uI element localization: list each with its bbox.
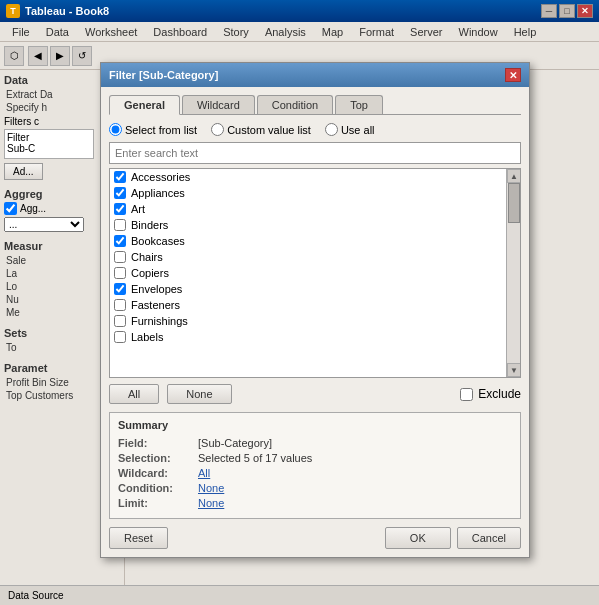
window-controls: ─ □ ✕ [541,4,593,18]
none-button[interactable]: None [167,384,231,404]
scrollbar[interactable]: ▲ ▼ [506,169,520,377]
list-item-checkbox[interactable] [114,219,126,231]
tab-wildcard[interactable]: Wildcard [182,95,255,114]
scroll-up-arrow[interactable]: ▲ [507,169,521,183]
dialog-close-button[interactable]: ✕ [505,68,521,82]
summary-limit-row: Limit: None [118,497,512,509]
agg-text: Agg... [20,203,46,214]
list-item-label[interactable]: Copiers [114,267,169,279]
list-item-label[interactable]: Furnishings [114,315,188,327]
data-source-tab[interactable]: Data Source [8,590,64,601]
back-button[interactable]: ◀ [28,46,48,66]
list-item-label[interactable]: Chairs [114,251,163,263]
reset-button[interactable]: Reset [109,527,168,549]
exclude-row: Exclude [460,387,521,401]
search-input[interactable] [109,142,521,164]
list-item-checkbox[interactable] [114,299,126,311]
refresh-button[interactable]: ↺ [72,46,92,66]
condition-value[interactable]: None [198,482,224,494]
list-item-label[interactable]: Labels [114,331,163,343]
agg-select[interactable]: ... [4,217,84,232]
summary-section: Summary Field: [Sub-Category] Selection:… [109,412,521,519]
menu-worksheet[interactable]: Worksheet [77,26,145,38]
menu-story[interactable]: Story [215,26,257,38]
window-title: Tableau - Book8 [25,5,541,17]
list-item: Binders [110,217,506,233]
list-item-checkbox[interactable] [114,171,126,183]
wildcard-value[interactable]: All [198,467,210,479]
list-item-checkbox[interactable] [114,187,126,199]
wildcard-label: Wildcard: [118,467,198,479]
menu-analysis[interactable]: Analysis [257,26,314,38]
tab-general[interactable]: General [109,95,180,115]
menu-format[interactable]: Format [351,26,402,38]
list-item-label[interactable]: Art [114,203,145,215]
radio-use-all-label: Use all [341,124,375,136]
toolbar-icon[interactable]: ⬡ [4,46,24,66]
scrollbar-thumb[interactable] [508,183,520,223]
filter-item-1: Filter [7,132,91,143]
list-item: Envelopes [110,281,506,297]
summary-field-row: Field: [Sub-Category] [118,437,512,449]
list-item-label[interactable]: Envelopes [114,283,182,295]
tab-top[interactable]: Top [335,95,383,114]
list-item-label[interactable]: Fasteners [114,299,180,311]
list-item-checkbox[interactable] [114,251,126,263]
list-item-checkbox[interactable] [114,203,126,215]
menu-map[interactable]: Map [314,26,351,38]
status-bar: Data Source [0,585,599,605]
radio-custom-value-input[interactable] [211,123,224,136]
filter-mode-row: Select from list Custom value list Use a… [109,123,521,136]
list-item: Fasteners [110,297,506,313]
radio-select-from-list[interactable]: Select from list [109,123,197,136]
scroll-down-arrow[interactable]: ▼ [507,363,521,377]
close-button[interactable]: ✕ [577,4,593,18]
exclude-checkbox[interactable] [460,388,473,401]
selection-value: Selected 5 of 17 values [198,452,312,464]
limit-value[interactable]: None [198,497,224,509]
menu-data[interactable]: Data [38,26,77,38]
radio-use-all-input[interactable] [325,123,338,136]
summary-wildcard-row: Wildcard: All [118,467,512,479]
forward-button[interactable]: ▶ [50,46,70,66]
filter-list: Filter Sub-C [4,129,94,159]
list-item-label[interactable]: Appliances [114,187,185,199]
all-button[interactable]: All [109,384,159,404]
field-label: Field: [118,437,198,449]
list-item-checkbox[interactable] [114,235,126,247]
menu-file[interactable]: File [4,26,38,38]
list-item-text: Furnishings [131,315,188,327]
cancel-button[interactable]: Cancel [457,527,521,549]
radio-select-from-list-input[interactable] [109,123,122,136]
radio-custom-value-label: Custom value list [227,124,311,136]
list-item-label[interactable]: Bookcases [114,235,185,247]
agg-checkbox[interactable] [4,202,17,215]
exclude-label: Exclude [478,387,521,401]
menu-server[interactable]: Server [402,26,450,38]
list-item-checkbox[interactable] [114,331,126,343]
list-item-text: Envelopes [131,283,182,295]
list-item-checkbox[interactable] [114,267,126,279]
list-item-checkbox[interactable] [114,283,126,295]
radio-use-all[interactable]: Use all [325,123,375,136]
filter-list-inner: AccessoriesAppliancesArtBindersBookcases… [110,169,506,377]
list-item: Accessories [110,169,506,185]
menu-help[interactable]: Help [506,26,545,38]
list-item-label[interactable]: Accessories [114,171,190,183]
menu-dashboard[interactable]: Dashboard [145,26,215,38]
menu-window[interactable]: Window [451,26,506,38]
list-item-text: Labels [131,331,163,343]
maximize-button[interactable]: □ [559,4,575,18]
filter-item-2: Sub-C [7,143,91,154]
list-item-checkbox[interactable] [114,315,126,327]
list-item-label[interactable]: Binders [114,219,168,231]
radio-custom-value[interactable]: Custom value list [211,123,311,136]
add-filter-button[interactable]: Ad... [4,163,43,180]
list-item: Bookcases [110,233,506,249]
tab-condition[interactable]: Condition [257,95,333,114]
list-item-text: Art [131,203,145,215]
list-item-text: Fasteners [131,299,180,311]
ok-button[interactable]: OK [385,527,451,549]
filter-dialog: Filter [Sub-Category] ✕ General Wildcard… [100,62,530,558]
minimize-button[interactable]: ─ [541,4,557,18]
